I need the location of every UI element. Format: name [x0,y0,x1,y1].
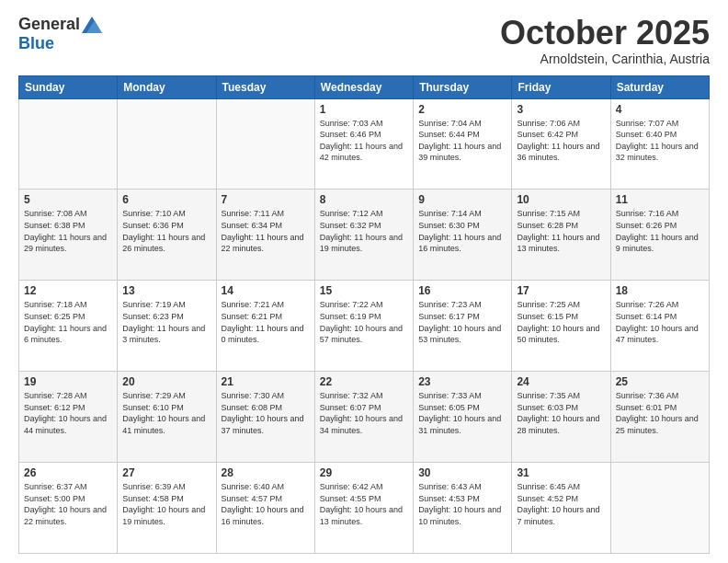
day-number: 10 [517,193,605,206]
day-info: Sunrise: 6:45 AMSunset: 4:52 PMDaylight:… [517,482,599,526]
day-number: 7 [222,193,310,206]
calendar-cell: 31Sunrise: 6:45 AMSunset: 4:52 PMDayligh… [512,463,610,554]
calendar-week-row: 19Sunrise: 7:28 AMSunset: 6:12 PMDayligh… [19,372,710,463]
day-info: Sunrise: 7:30 AMSunset: 6:08 PMDaylight:… [222,391,304,435]
calendar-cell: 30Sunrise: 6:43 AMSunset: 4:53 PMDayligh… [414,463,512,554]
calendar-table: SundayMondayTuesdayWednesdayThursdayFrid… [18,75,710,554]
day-info: Sunrise: 7:06 AMSunset: 6:42 PMDaylight:… [517,119,599,163]
day-number: 8 [320,193,408,206]
day-number: 25 [616,375,704,388]
day-number: 19 [24,375,112,388]
calendar-cell: 10Sunrise: 7:15 AMSunset: 6:28 PMDayligh… [512,190,610,281]
day-header-saturday: Saturday [610,75,709,98]
calendar-cell: 12Sunrise: 7:18 AMSunset: 6:25 PMDayligh… [19,281,118,372]
day-info: Sunrise: 7:28 AMSunset: 6:12 PMDaylight:… [24,391,107,435]
calendar-cell: 13Sunrise: 7:19 AMSunset: 6:23 PMDayligh… [118,281,216,372]
calendar-header-row: SundayMondayTuesdayWednesdayThursdayFrid… [19,75,710,98]
calendar-week-row: 12Sunrise: 7:18 AMSunset: 6:25 PMDayligh… [19,281,710,372]
calendar-cell: 29Sunrise: 6:42 AMSunset: 4:55 PMDayligh… [314,463,413,554]
day-info: Sunrise: 6:37 AMSunset: 5:00 PMDaylight:… [24,482,107,526]
day-info: Sunrise: 7:19 AMSunset: 6:23 PMDaylight:… [122,300,205,344]
calendar-cell: 8Sunrise: 7:12 AMSunset: 6:32 PMDaylight… [314,190,413,281]
month-title: October 2025 [500,15,710,52]
calendar-cell: 22Sunrise: 7:32 AMSunset: 6:07 PMDayligh… [314,372,413,463]
day-info: Sunrise: 6:42 AMSunset: 4:55 PMDaylight:… [320,482,403,526]
day-number: 15 [320,284,408,297]
title-block: October 2025 Arnoldstein, Carinthia, Aus… [500,15,710,66]
day-info: Sunrise: 7:23 AMSunset: 6:17 PMDaylight:… [418,300,501,344]
calendar-cell: 27Sunrise: 6:39 AMSunset: 4:58 PMDayligh… [118,463,216,554]
day-number: 20 [122,375,210,388]
calendar-cell [19,98,118,190]
day-info: Sunrise: 7:21 AMSunset: 6:21 PMDaylight:… [222,300,304,344]
day-number: 28 [222,466,310,479]
day-number: 5 [24,193,112,206]
logo-icon [82,17,102,33]
logo-general-text: General [18,15,80,34]
day-header-friday: Friday [512,75,610,98]
day-number: 17 [517,284,605,297]
day-header-wednesday: Wednesday [314,75,413,98]
day-info: Sunrise: 6:40 AMSunset: 4:57 PMDaylight:… [222,482,304,526]
day-info: Sunrise: 7:12 AMSunset: 6:32 PMDaylight:… [320,209,403,253]
day-info: Sunrise: 7:26 AMSunset: 6:14 PMDaylight:… [616,300,699,344]
header: General Blue October 2025 Arnoldstein, C… [18,15,710,66]
calendar-cell: 25Sunrise: 7:36 AMSunset: 6:01 PMDayligh… [610,372,709,463]
calendar-cell [216,98,314,190]
page: General Blue October 2025 Arnoldstein, C… [0,0,728,563]
day-info: Sunrise: 7:04 AMSunset: 6:44 PMDaylight:… [418,119,501,163]
calendar-cell: 28Sunrise: 6:40 AMSunset: 4:57 PMDayligh… [216,463,314,554]
day-number: 2 [418,103,506,116]
logo-blue-text: Blue [18,34,54,53]
calendar-cell: 4Sunrise: 7:07 AMSunset: 6:40 PMDaylight… [610,98,709,190]
day-header-monday: Monday [118,75,216,98]
day-number: 4 [616,103,704,116]
calendar-cell: 14Sunrise: 7:21 AMSunset: 6:21 PMDayligh… [216,281,314,372]
day-number: 30 [418,466,506,479]
calendar-cell: 1Sunrise: 7:03 AMSunset: 6:46 PMDaylight… [314,98,413,190]
day-info: Sunrise: 6:43 AMSunset: 4:53 PMDaylight:… [418,482,501,526]
day-info: Sunrise: 7:15 AMSunset: 6:28 PMDaylight:… [517,209,599,253]
calendar-cell: 5Sunrise: 7:08 AMSunset: 6:38 PMDaylight… [19,190,118,281]
day-number: 29 [320,466,408,479]
day-info: Sunrise: 6:39 AMSunset: 4:58 PMDaylight:… [122,482,205,526]
calendar-cell: 20Sunrise: 7:29 AMSunset: 6:10 PMDayligh… [118,372,216,463]
day-info: Sunrise: 7:10 AMSunset: 6:36 PMDaylight:… [122,209,205,253]
day-info: Sunrise: 7:03 AMSunset: 6:46 PMDaylight:… [320,119,403,163]
calendar-cell: 6Sunrise: 7:10 AMSunset: 6:36 PMDaylight… [118,190,216,281]
calendar-cell: 16Sunrise: 7:23 AMSunset: 6:17 PMDayligh… [414,281,512,372]
calendar-cell: 17Sunrise: 7:25 AMSunset: 6:15 PMDayligh… [512,281,610,372]
day-header-sunday: Sunday [19,75,118,98]
calendar-cell: 18Sunrise: 7:26 AMSunset: 6:14 PMDayligh… [610,281,709,372]
logo: General Blue [18,15,104,53]
day-info: Sunrise: 7:11 AMSunset: 6:34 PMDaylight:… [222,209,304,253]
day-info: Sunrise: 7:36 AMSunset: 6:01 PMDaylight:… [616,391,699,435]
day-info: Sunrise: 7:33 AMSunset: 6:05 PMDaylight:… [418,391,501,435]
day-info: Sunrise: 7:14 AMSunset: 6:30 PMDaylight:… [418,209,501,253]
day-number: 18 [616,284,704,297]
day-info: Sunrise: 7:07 AMSunset: 6:40 PMDaylight:… [616,119,699,163]
day-number: 3 [517,103,605,116]
calendar-week-row: 1Sunrise: 7:03 AMSunset: 6:46 PMDaylight… [19,98,710,190]
day-number: 9 [418,193,506,206]
day-number: 21 [222,375,310,388]
calendar-cell: 23Sunrise: 7:33 AMSunset: 6:05 PMDayligh… [414,372,512,463]
day-number: 24 [517,375,605,388]
day-number: 6 [122,193,210,206]
day-number: 16 [418,284,506,297]
day-header-tuesday: Tuesday [216,75,314,98]
calendar-cell: 11Sunrise: 7:16 AMSunset: 6:26 PMDayligh… [610,190,709,281]
day-number: 12 [24,284,112,297]
day-number: 1 [320,103,408,116]
calendar-cell [610,463,709,554]
day-number: 26 [24,466,112,479]
day-number: 13 [122,284,210,297]
day-number: 27 [122,466,210,479]
calendar-cell: 7Sunrise: 7:11 AMSunset: 6:34 PMDaylight… [216,190,314,281]
day-header-thursday: Thursday [414,75,512,98]
calendar-cell: 9Sunrise: 7:14 AMSunset: 6:30 PMDaylight… [414,190,512,281]
calendar-week-row: 26Sunrise: 6:37 AMSunset: 5:00 PMDayligh… [19,463,710,554]
day-info: Sunrise: 7:35 AMSunset: 6:03 PMDaylight:… [517,391,599,435]
day-number: 14 [222,284,310,297]
day-info: Sunrise: 7:25 AMSunset: 6:15 PMDaylight:… [517,300,599,344]
